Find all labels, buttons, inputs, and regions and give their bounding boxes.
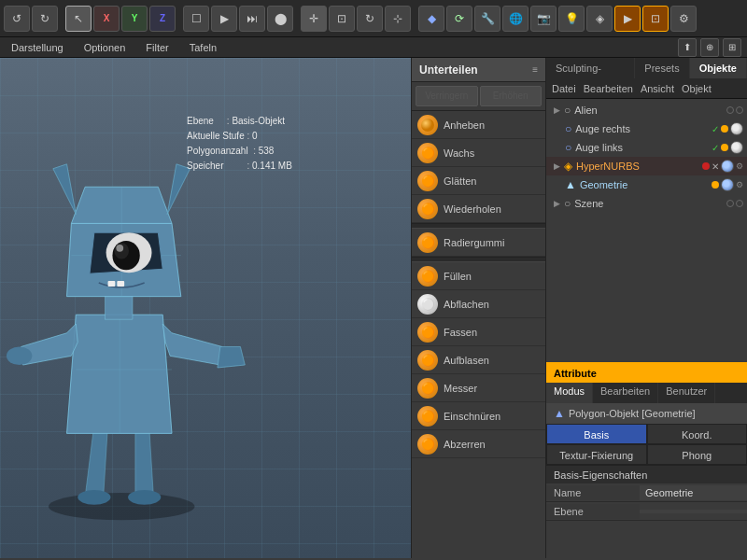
menu-bar: Darstellung Optionen Filter Tafeln ⬆ ⊕ ⊞ <box>0 37 747 58</box>
deform-btn[interactable]: 🔧 <box>474 6 500 32</box>
play-btn[interactable]: ▶ <box>211 6 237 32</box>
hypernurbs-arrow: ▶ <box>554 161 560 171</box>
tab-sculpting-ebenen[interactable]: Sculpting-Ebenen <box>546 58 635 78</box>
attr-phong-btn[interactable]: Phong <box>647 444 748 465</box>
geometrie-label: Geometrie <box>580 179 627 190</box>
viewport-arrows-btn[interactable]: ⬆ <box>678 38 697 57</box>
tree-item-auge-links[interactable]: ○ Auge links ✓ <box>546 138 747 157</box>
tree-item-auge-rechts[interactable]: ○ Auge rechts ✓ <box>546 119 747 138</box>
tree-item-hypernurbs[interactable]: ▶ ◈ HyperNURBS ✕ ⚙ <box>546 157 747 175</box>
axis-z-btn[interactable]: Z <box>149 6 176 32</box>
attr-layer-value[interactable] <box>640 510 747 513</box>
attr-name-value[interactable]: Geometrie <box>640 485 747 500</box>
viewport-zoom-btn[interactable]: ⊕ <box>700 38 719 57</box>
render-btn[interactable]: ▶ <box>614 6 641 32</box>
menu-optionen[interactable]: Optionen <box>78 40 132 55</box>
sculpt-menu-icon[interactable]: ≡ <box>532 64 538 75</box>
svg-point-4 <box>128 490 161 505</box>
select-arrow-btn[interactable]: ↖ <box>65 6 92 32</box>
render-settings-btn[interactable]: ⚙ <box>670 6 697 32</box>
erhoehen-btn[interactable]: Erhöhen <box>480 86 543 106</box>
svg-marker-2 <box>135 425 154 497</box>
prim-btn[interactable]: ◆ <box>418 6 444 32</box>
info-ebene-label: Ebene <box>187 116 214 126</box>
attr-koord-btn[interactable]: Koord. <box>647 424 748 444</box>
tool-anheben[interactable]: Anheben <box>412 111 545 139</box>
cube-btn[interactable]: ☐ <box>183 6 209 32</box>
tab-presets[interactable]: Presets <box>635 58 689 78</box>
sculpt-header: Unterteilen ≡ <box>412 58 545 82</box>
wachs-icon: 🟠 <box>417 143 438 163</box>
nurbs-btn[interactable]: ⟳ <box>446 6 472 32</box>
tree-item-geometrie[interactable]: ▲ Geometrie ⚙ <box>546 175 747 194</box>
mini-objekt[interactable]: Objekt <box>682 83 712 94</box>
tool-fuellen[interactable]: 🟠 Füllen <box>412 262 545 290</box>
material-btn[interactable]: ◈ <box>586 6 613 32</box>
tool-messer[interactable]: 🟠 Messer <box>412 374 545 402</box>
tool-radiergummi[interactable]: 🟠 Radiergummi <box>412 229 545 257</box>
info-ebene-value: Basis-Objekt <box>232 116 285 126</box>
undo-btn[interactable]: ↺ <box>4 6 30 32</box>
abzerren-label: Abzerren <box>444 439 486 450</box>
menu-filter[interactable]: Filter <box>140 40 174 55</box>
tool-abzerren[interactable]: 🟠 Abzerren <box>412 430 545 458</box>
axis-y-btn[interactable]: Y <box>121 6 148 32</box>
mini-bearbeiten[interactable]: Bearbeiten <box>584 83 633 94</box>
top-toolbar: ↺ ↻ ↖ X Y Z ☐ ▶ ⏭ ⬤ ✛ ⊡ ↻ ⊹ ◆ ⟳ 🔧 🌐 📷 💡 … <box>0 0 747 37</box>
viewport-nav-btn[interactable]: ⊞ <box>723 38 741 57</box>
camera-btn[interactable]: 📷 <box>530 6 557 32</box>
tool-wachs[interactable]: 🟠 Wachs <box>412 139 545 167</box>
attr-basis-btn[interactable]: Basis <box>546 424 647 444</box>
record-btn[interactable]: ⬤ <box>267 6 293 32</box>
svg-point-9 <box>7 346 32 365</box>
fassen-label: Fassen <box>444 327 477 338</box>
tool-abflachen[interactable]: ⚪ Abflachen <box>412 290 545 318</box>
render-view-btn[interactable]: ⊡ <box>642 6 669 32</box>
attr-textur-btn[interactable]: Textur-Fixierung <box>546 444 647 465</box>
tab-objekte[interactable]: Objekte <box>690 58 747 78</box>
szene-dots <box>726 200 743 207</box>
attr-layer-label: Ebene <box>546 504 640 519</box>
axis-x-btn[interactable]: X <box>93 6 120 32</box>
einschnueren-label: Einschnüren <box>444 411 500 422</box>
einschnueren-icon: 🟠 <box>417 406 438 427</box>
tool-fassen[interactable]: 🟠 Fassen <box>412 318 545 346</box>
tree-item-szene[interactable]: ▶ ○ Szene <box>546 194 747 213</box>
tool-aufblasen[interactable]: 🟠 Aufblasen <box>412 346 545 374</box>
svg-point-28 <box>421 119 434 132</box>
info-stufe-value: 0 <box>252 131 258 141</box>
tree-item-alien[interactable]: ▶ ○ Alien <box>546 101 747 119</box>
move-btn[interactable]: ✛ <box>301 6 327 32</box>
auge-rechts-dots: ✓ <box>712 122 743 135</box>
glaetten-icon: 🟠 <box>417 171 438 191</box>
fuellen-label: Füllen <box>444 271 472 282</box>
svg-point-0 <box>49 493 195 520</box>
menu-tafeln[interactable]: Tafeln <box>184 40 222 55</box>
viewport-3d[interactable]: Ebene : Basis-Objekt Aktuelle Stufe : 0 … <box>0 58 411 558</box>
tool-einschnueren[interactable]: 🟠 Einschnüren <box>412 402 545 430</box>
glaetten-label: Glätten <box>444 175 476 187</box>
mini-datei[interactable]: Datei <box>552 83 576 94</box>
redo-btn[interactable]: ↻ <box>32 6 58 32</box>
attr-tab-benutzer[interactable]: Benutzer <box>658 383 715 403</box>
tool-glaetten[interactable]: 🟠 Glätten <box>412 167 545 195</box>
transform-btn[interactable]: ⊹ <box>385 6 411 32</box>
toolbar-tools: ✛ ⊡ ↻ ⊹ <box>301 6 411 32</box>
attr-tab-bearbeiten[interactable]: Bearbeiten <box>593 383 658 403</box>
toolbar-shapes: ☐ ▶ ⏭ ⬤ <box>183 6 293 32</box>
scene-btn[interactable]: 🌐 <box>502 6 529 32</box>
alien-label: Alien <box>574 105 597 116</box>
tool-wiederholen[interactable]: 🟠 Wiederholen <box>412 195 545 223</box>
szene-label: Szene <box>574 198 603 209</box>
scale-btn[interactable]: ⊡ <box>329 6 355 32</box>
toolbar-select: ↖ X Y Z <box>65 6 176 32</box>
attr-tab-modus[interactable]: Modus <box>546 383 593 403</box>
fuellen-icon: 🟠 <box>417 266 438 287</box>
verringern-btn[interactable]: Verringern <box>416 86 478 106</box>
light-btn[interactable]: 💡 <box>558 6 585 32</box>
rotate-btn[interactable]: ↻ <box>357 6 383 32</box>
menu-darstellung[interactable]: Darstellung <box>6 40 69 55</box>
mini-ansicht[interactable]: Ansicht <box>641 83 674 94</box>
next-btn[interactable]: ⏭ <box>239 6 265 32</box>
aufblasen-label: Aufblasen <box>444 355 489 366</box>
